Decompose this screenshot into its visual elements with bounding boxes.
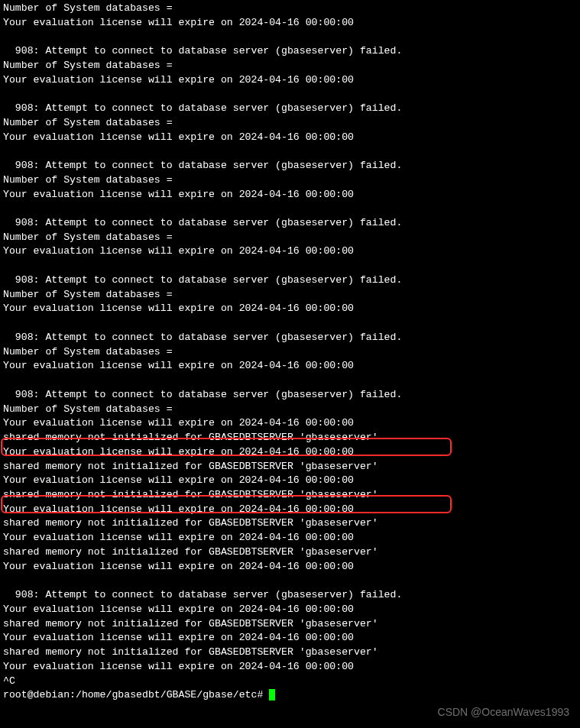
prompt-text: root@debian:/home/gbasedbt/GBASE/gbase/e…: [3, 689, 269, 700]
blank-line: [3, 144, 577, 159]
terminal-line: Your evaluation license will expire on 2…: [3, 73, 577, 88]
terminal-line: Number of System databases =: [3, 59, 577, 73]
terminal-line: 908: Attempt to connect to database serv…: [3, 44, 577, 59]
terminal-line: shared memory not initialized for GBASED…: [3, 516, 577, 531]
terminal-line: Your evaluation license will expire on 2…: [3, 131, 577, 145]
terminal-line: shared memory not initialized for GBASED…: [3, 431, 577, 445]
terminal-line: Number of System databases =: [3, 2, 577, 16]
terminal-line: shared memory not initialized for GBASED…: [3, 488, 577, 503]
terminal-line: Your evaluation license will expire on 2…: [3, 603, 577, 617]
terminal-line: Your evaluation license will expire on 2…: [3, 560, 577, 574]
terminal-prompt[interactable]: root@debian:/home/gbasedbt/GBASE/gbase/e…: [3, 688, 577, 703]
blank-line: [3, 316, 577, 331]
terminal-line: Your evaluation license will expire on 2…: [3, 359, 577, 374]
terminal-line: 908: Attempt to connect to database serv…: [3, 216, 577, 231]
terminal-line: 908: Attempt to connect to database serv…: [3, 159, 577, 173]
terminal-line: Number of System databases =: [3, 288, 577, 303]
terminal-line: Your evaluation license will expire on 2…: [3, 302, 577, 316]
terminal-line: Your evaluation license will expire on 2…: [3, 188, 577, 202]
terminal-line: shared memory not initialized for GBASED…: [3, 545, 577, 560]
terminal-line: Your evaluation license will expire on 2…: [3, 503, 577, 517]
terminal-line: Your evaluation license will expire on 2…: [3, 660, 577, 675]
terminal-line: shared memory not initialized for GBASED…: [3, 617, 577, 632]
blank-line: [3, 202, 577, 216]
terminal-line: shared memory not initialized for GBASED…: [3, 460, 577, 474]
terminal-line: Number of System databases =: [3, 173, 577, 188]
terminal-line: Number of System databases =: [3, 403, 577, 417]
blank-line: [3, 259, 577, 273]
cursor-icon: [269, 689, 275, 700]
terminal-line: 908: Attempt to connect to database serv…: [3, 388, 577, 403]
terminal-line: Your evaluation license will expire on 2…: [3, 474, 577, 488]
blank-line: [3, 87, 577, 102]
terminal-line: 908: Attempt to connect to database serv…: [3, 273, 577, 288]
terminal-line: Your evaluation license will expire on 2…: [3, 416, 577, 431]
blank-line: [3, 30, 577, 44]
terminal-line: Your evaluation license will expire on 2…: [3, 16, 577, 31]
terminal-line: Number of System databases =: [3, 116, 577, 131]
terminal-line: 908: Attempt to connect to database serv…: [3, 588, 577, 603]
terminal-line: Your evaluation license will expire on 2…: [3, 244, 577, 259]
terminal-line: ^C: [3, 675, 577, 689]
terminal-line: Number of System databases =: [3, 231, 577, 245]
blank-line: [3, 574, 577, 588]
terminal-line: 908: Attempt to connect to database serv…: [3, 102, 577, 116]
terminal-line: Your evaluation license will expire on 2…: [3, 445, 577, 460]
terminal-line: Number of System databases =: [3, 345, 577, 360]
terminal-line: Your evaluation license will expire on 2…: [3, 631, 577, 645]
watermark-text: CSDN @OceanWaves1993: [438, 705, 569, 720]
terminal-line: 908: Attempt to connect to database serv…: [3, 331, 577, 345]
terminal-line: Your evaluation license will expire on 2…: [3, 531, 577, 545]
blank-line: [3, 374, 577, 388]
terminal-line: shared memory not initialized for GBASED…: [3, 645, 577, 660]
